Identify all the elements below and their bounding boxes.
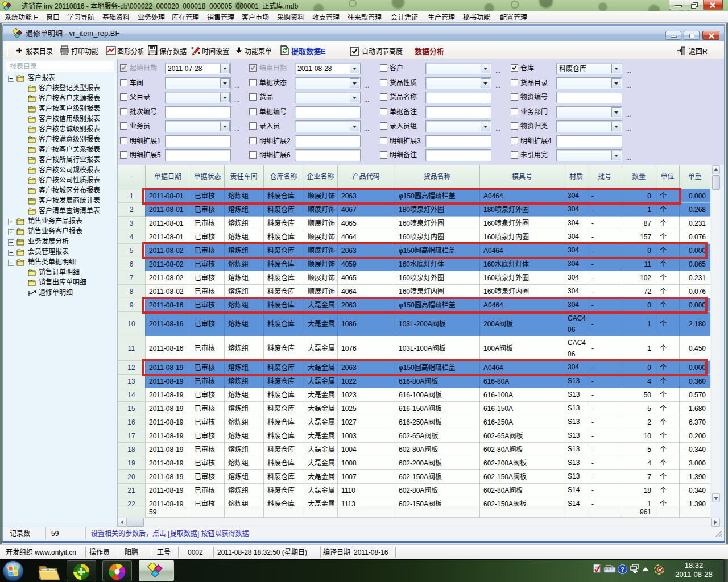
svg-text:?: ? [621, 566, 624, 573]
